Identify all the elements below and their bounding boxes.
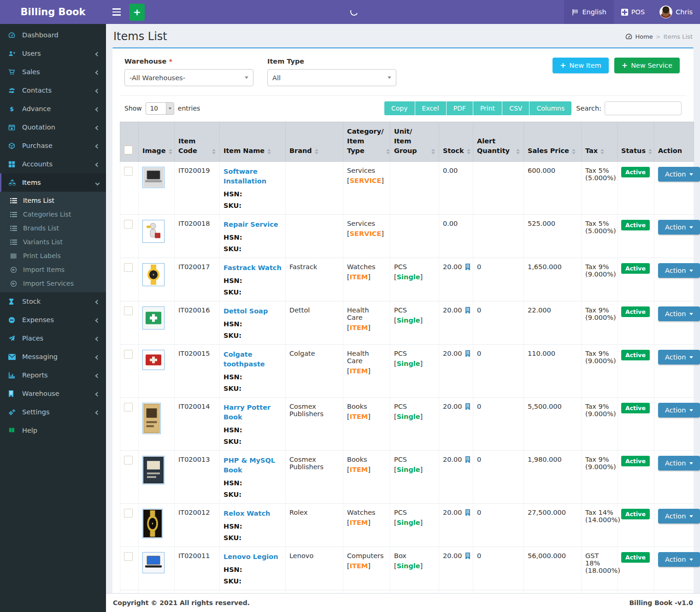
warehouse-stock-icon[interactable] (465, 307, 471, 313)
warehouse-select[interactable]: -All Warehouses- (124, 69, 253, 86)
sidebar-item-dashboard[interactable]: Dashboard (0, 26, 106, 44)
item-name-link[interactable]: Fastrack Watch (224, 263, 282, 273)
sort-icon[interactable] (572, 149, 576, 156)
export-button[interactable]: PDF (447, 101, 473, 115)
sidebar-item-messaging[interactable]: Messaging (0, 347, 106, 366)
row-checkbox[interactable] (124, 456, 133, 465)
column-header[interactable]: Status (618, 122, 654, 162)
sidebar-item-help[interactable]: Help (0, 421, 106, 440)
column-header[interactable]: Tax (582, 122, 618, 162)
action-dropdown-button[interactable]: Action (658, 350, 700, 365)
column-header[interactable]: Brand (286, 122, 343, 162)
column-header[interactable]: Item Name (220, 122, 286, 162)
warehouse-stock-icon[interactable] (465, 456, 471, 463)
sort-icon[interactable] (169, 149, 172, 156)
row-checkbox[interactable] (124, 509, 133, 518)
user-menu[interactable]: Chris (652, 0, 700, 24)
item-name-link[interactable]: PHP & MySQL Book (224, 456, 282, 475)
sidebar-item-expenses[interactable]: Expenses (0, 311, 106, 329)
action-dropdown-button[interactable]: Action (658, 403, 700, 418)
action-dropdown-button[interactable]: Action (658, 456, 700, 471)
row-checkbox[interactable] (124, 263, 133, 272)
sidebar-item-reports[interactable]: Reports (0, 366, 106, 384)
breadcrumb-home[interactable]: Home (635, 33, 653, 40)
row-checkbox[interactable] (124, 350, 133, 359)
warehouse-stock-icon[interactable] (465, 403, 471, 410)
sort-icon[interactable] (600, 149, 604, 156)
sidebar-subitem-items-list[interactable]: Items List (0, 194, 106, 207)
row-checkbox[interactable] (124, 552, 133, 561)
export-button[interactable]: CSV (502, 101, 529, 115)
select-all-checkbox[interactable] (124, 146, 133, 154)
sidebar-item-stock[interactable]: Stock (0, 292, 106, 311)
sidebar-item-purchase[interactable]: Purchase (0, 136, 106, 155)
item-name-link[interactable]: Relox Watch (224, 509, 270, 518)
column-header[interactable]: Action (654, 122, 694, 162)
quick-add-button[interactable]: + (129, 4, 145, 21)
sidebar-subitem-categories-list[interactable]: Categories List (0, 207, 106, 221)
column-header[interactable]: Image (139, 122, 175, 162)
sidebar-item-users[interactable]: Users (0, 44, 106, 63)
sidebar-item-settings[interactable]: Settings (0, 403, 106, 421)
action-dropdown-button[interactable]: Action (658, 306, 700, 321)
item-name-link[interactable]: Lenovo Legion (224, 552, 278, 562)
row-checkbox[interactable] (124, 403, 133, 412)
export-button[interactable]: Columns (529, 101, 571, 115)
sidebar-item-places[interactable]: Places (0, 329, 106, 347)
sort-icon[interactable] (386, 149, 390, 156)
sort-icon[interactable] (431, 149, 435, 156)
sidebar-subitem-import-items[interactable]: Import Items (0, 263, 106, 277)
pos-button[interactable]: POS (614, 0, 652, 24)
sidebar-item-warehouse[interactable]: Warehouse (0, 384, 106, 403)
column-header[interactable]: Sales Price (524, 122, 582, 162)
column-header[interactable]: Alert Quantity (473, 122, 524, 162)
column-header[interactable]: Stock (439, 122, 473, 162)
page-size-select[interactable]: 10 (146, 102, 174, 115)
new-item-button[interactable]: + New Item (553, 58, 609, 73)
item-name-link[interactable]: Software Installation (224, 167, 282, 186)
item-name-link[interactable]: Repair Service (224, 220, 278, 230)
export-button[interactable]: Excel (415, 101, 446, 115)
sidebar-subitem-import-services[interactable]: Import Services (0, 277, 106, 290)
sort-icon[interactable] (516, 149, 520, 156)
sort-icon[interactable] (315, 149, 318, 156)
row-checkbox[interactable] (124, 167, 133, 176)
sidebar-toggle-button[interactable] (106, 0, 127, 24)
sidebar-subitem-print-labels[interactable]: Print Labels (0, 249, 106, 263)
sidebar-item-sales[interactable]: Sales (0, 63, 106, 81)
sidebar-subitem-brands-list[interactable]: Brands List (0, 221, 106, 235)
app-brand[interactable]: Billing Book (0, 0, 106, 24)
action-dropdown-button[interactable]: Action (658, 220, 700, 235)
search-input[interactable] (605, 101, 682, 115)
row-checkbox[interactable] (124, 306, 133, 315)
export-button[interactable]: Print (473, 101, 502, 115)
warehouse-stock-icon[interactable] (465, 350, 471, 357)
column-header[interactable]: Item Code (175, 122, 220, 162)
action-dropdown-button[interactable]: Action (658, 167, 700, 182)
warehouse-stock-icon[interactable] (465, 264, 471, 270)
sidebar-item-advance[interactable]: $ Advance (0, 100, 106, 118)
item-type-select[interactable]: All (267, 69, 396, 86)
sidebar-item-quotation[interactable]: Quotation (0, 118, 106, 136)
sort-icon[interactable] (267, 149, 271, 156)
language-menu[interactable]: English (564, 0, 613, 24)
export-button[interactable]: Copy (384, 101, 415, 115)
sort-icon[interactable] (648, 149, 652, 156)
item-name-link[interactable]: Harry Potter Book (224, 403, 282, 422)
warehouse-stock-icon[interactable] (465, 509, 471, 516)
column-header[interactable]: Category/ Item Type (343, 122, 390, 162)
action-dropdown-button[interactable]: Action (658, 263, 700, 278)
sidebar-item-accounts[interactable]: Accounts (0, 155, 106, 173)
sort-icon[interactable] (212, 149, 216, 156)
action-dropdown-button[interactable]: Action (658, 509, 700, 524)
column-header[interactable]: Unit/ Item Group (390, 122, 439, 162)
warehouse-stock-icon[interactable] (465, 553, 471, 559)
sidebar-item-contacts[interactable]: Contacts (0, 81, 106, 100)
sidebar-item-items[interactable]: Items (0, 173, 106, 192)
action-dropdown-button[interactable]: Action (658, 552, 700, 567)
new-service-button[interactable]: + New Service (614, 58, 680, 73)
sidebar-subitem-variants-list[interactable]: Variants List (0, 235, 106, 249)
item-name-link[interactable]: Dettol Soap (224, 306, 268, 316)
item-name-link[interactable]: Colgate toothpaste (224, 350, 282, 369)
row-checkbox[interactable] (124, 220, 133, 229)
